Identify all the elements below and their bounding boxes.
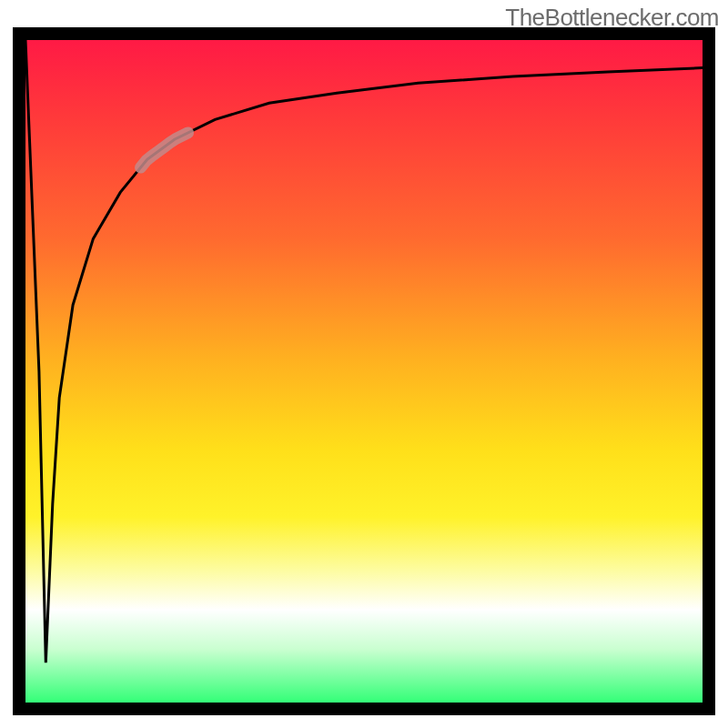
highlight-segment-path bbox=[141, 133, 188, 167]
bottleneck-curve-path bbox=[25, 40, 703, 662]
watermark-text: TheBottlenecker.com bbox=[505, 4, 719, 32]
curve-svg bbox=[25, 40, 703, 703]
plot-area bbox=[25, 40, 703, 703]
plot-frame bbox=[13, 27, 715, 715]
chart-container: TheBottlenecker.com bbox=[0, 0, 728, 728]
